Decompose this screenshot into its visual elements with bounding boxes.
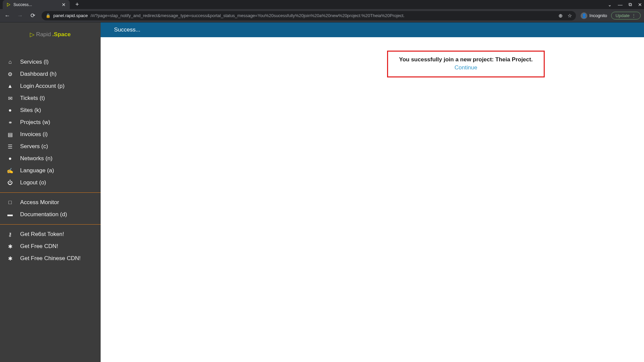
- sidebar-item[interactable]: ●Sites (k): [0, 104, 101, 116]
- window-controls: ⌄ ― ⧉ ✕: [608, 0, 642, 9]
- sidebar-item[interactable]: ▤Invoices (i): [0, 128, 101, 140]
- browser-tab[interactable]: Success... ✕: [3, 0, 70, 9]
- close-tab-icon[interactable]: ✕: [61, 2, 66, 7]
- new-tab-button[interactable]: +: [74, 1, 80, 8]
- app-root: ▷ Rapid.Space ⌂Services (l)⚙Dashboard (h…: [0, 22, 644, 362]
- content: You sucessfully join a new project: Thei…: [101, 37, 644, 362]
- logo-text-1: Rapid: [36, 31, 51, 38]
- brand-logo[interactable]: ▷ Rapid.Space: [0, 22, 101, 47]
- sidebar-item[interactable]: ●Networks (n): [0, 153, 101, 165]
- bookmark-star-icon[interactable]: ☆: [568, 13, 572, 19]
- sliders-icon: ⚙: [7, 71, 13, 77]
- page-title: Success...: [114, 26, 140, 33]
- sidebar-item[interactable]: ▬Documentation (d): [0, 208, 101, 221]
- asterisk-icon: ✱: [7, 255, 13, 262]
- credit-card-icon: ▤: [7, 131, 13, 138]
- minimize-window-icon[interactable]: ―: [618, 2, 623, 7]
- map-marker-icon: ●: [7, 107, 13, 113]
- sidebar-divider: [0, 224, 101, 225]
- sidebar-item[interactable]: □Access Monitor: [0, 196, 101, 208]
- topbar: Success...: [101, 22, 644, 37]
- user-icon: ▲: [7, 83, 13, 89]
- maximize-window-icon[interactable]: ⧉: [629, 2, 632, 7]
- sidebar-item-label: Servers (c): [20, 143, 48, 150]
- sidebar-item[interactable]: ✉Tickets (t): [0, 92, 101, 104]
- success-notice: You sucessfully join a new project: Thei…: [387, 51, 545, 77]
- globe-icon: ●: [7, 156, 13, 162]
- lock-icon: 🔒: [46, 13, 51, 18]
- browser-tab-strip: Success... ✕ + ⌄ ― ⧉ ✕: [0, 0, 644, 9]
- sidebar-item[interactable]: ⌂Services (l): [0, 56, 101, 68]
- sidebar-item-label: Get Re6st Token!: [20, 231, 64, 238]
- home-icon: ⌂: [7, 59, 13, 65]
- incognito-badge[interactable]: 👤 Incognito: [581, 12, 607, 19]
- main-area: Success... You sucessfully join a new pr…: [101, 22, 644, 362]
- sidebar-item-label: Documentation (d): [20, 211, 67, 218]
- logo-play-icon: ▷: [30, 31, 35, 38]
- sidebar-item[interactable]: ✍Language (a): [0, 165, 101, 177]
- update-button[interactable]: Update ⋮: [611, 12, 641, 19]
- database-icon: ☰: [7, 143, 13, 150]
- comments-icon: ✉: [7, 95, 13, 102]
- sidebar-item-label: Networks (n): [20, 155, 52, 162]
- notice-message: You sucessfully join a new project: Thei…: [395, 56, 537, 63]
- asterisk-icon: ✱: [7, 243, 13, 250]
- monitor-icon: □: [7, 199, 13, 205]
- update-label: Update: [615, 13, 630, 18]
- sidebar-item[interactable]: ✱Get Free CDN!: [0, 240, 101, 252]
- tab-title: Success...: [13, 2, 58, 7]
- url-host: panel.rapid.space: [53, 13, 88, 18]
- sidebar-item-label: Dashboard (h): [20, 71, 57, 77]
- sidebar-item-label: Services (l): [20, 59, 49, 65]
- nav-section-main: ⌂Services (l)⚙Dashboard (h)▲Login Accoun…: [0, 47, 101, 189]
- sidebar-item-label: Invoices (i): [20, 131, 48, 138]
- url-path: /#/?page=slap_notify_and_redirect&messag…: [91, 13, 556, 18]
- sidebar-item-label: Logout (o): [20, 179, 46, 186]
- sidebar-item[interactable]: ▲Login Account (p): [0, 80, 101, 92]
- sidebar-item[interactable]: ⏻Logout (o): [0, 177, 101, 189]
- sidebar-item[interactable]: ⚷Get Re6st Token!: [0, 228, 101, 240]
- book-icon: ▬: [7, 212, 13, 218]
- continue-link[interactable]: Continue: [454, 64, 477, 71]
- browser-toolbar: ← → ⟳ 🔒 panel.rapid.space /#/?page=slap_…: [0, 9, 644, 22]
- sidebar-item-label: Tickets (t): [20, 95, 45, 102]
- back-button[interactable]: ←: [3, 12, 11, 20]
- sidebar-item-label: Sites (k): [20, 107, 41, 114]
- chevron-down-icon[interactable]: ⌄: [608, 2, 612, 7]
- logo-text-2: .Space: [52, 31, 71, 38]
- sidebar-item[interactable]: ✱Get Free Chinese CDN!: [0, 252, 101, 264]
- sidebar-item-label: Language (a): [20, 167, 54, 174]
- sidebar-item-label: Access Monitor: [20, 199, 59, 206]
- forward-button[interactable]: →: [16, 12, 24, 20]
- tab-favicon-play-icon: [6, 2, 11, 7]
- nav-section-tools: □Access Monitor▬Documentation (d): [0, 196, 101, 221]
- incognito-label: Incognito: [589, 13, 607, 18]
- sidebar-item-label: Projects (w): [20, 119, 50, 126]
- nav-section-promo: ⚷Get Re6st Token!✱Get Free CDN!✱Get Free…: [0, 228, 101, 264]
- language-icon: ✍: [7, 168, 13, 174]
- incognito-icon: 👤: [581, 12, 587, 19]
- sidebar-item[interactable]: ⚭Projects (w): [0, 116, 101, 128]
- sidebar-item-label: Get Free Chinese CDN!: [20, 255, 80, 262]
- address-bar[interactable]: 🔒 panel.rapid.space /#/?page=slap_notify…: [42, 11, 576, 20]
- share-icon: ⚭: [7, 119, 13, 126]
- sidebar-divider: [0, 192, 101, 193]
- close-window-icon[interactable]: ✕: [638, 2, 642, 7]
- kebab-menu-icon[interactable]: ⋮: [632, 13, 636, 18]
- sidebar-item[interactable]: ☰Servers (c): [0, 140, 101, 153]
- reload-button[interactable]: ⟳: [29, 12, 37, 20]
- sidebar-item-label: Login Account (p): [20, 83, 64, 89]
- zoom-icon[interactable]: ⊕: [558, 13, 563, 19]
- sidebar-item-label: Get Free CDN!: [20, 243, 58, 250]
- key-icon: ⚷: [7, 231, 13, 238]
- sidebar-item[interactable]: ⚙Dashboard (h): [0, 68, 101, 80]
- sidebar: ▷ Rapid.Space ⌂Services (l)⚙Dashboard (h…: [0, 22, 101, 362]
- power-icon: ⏻: [7, 180, 13, 186]
